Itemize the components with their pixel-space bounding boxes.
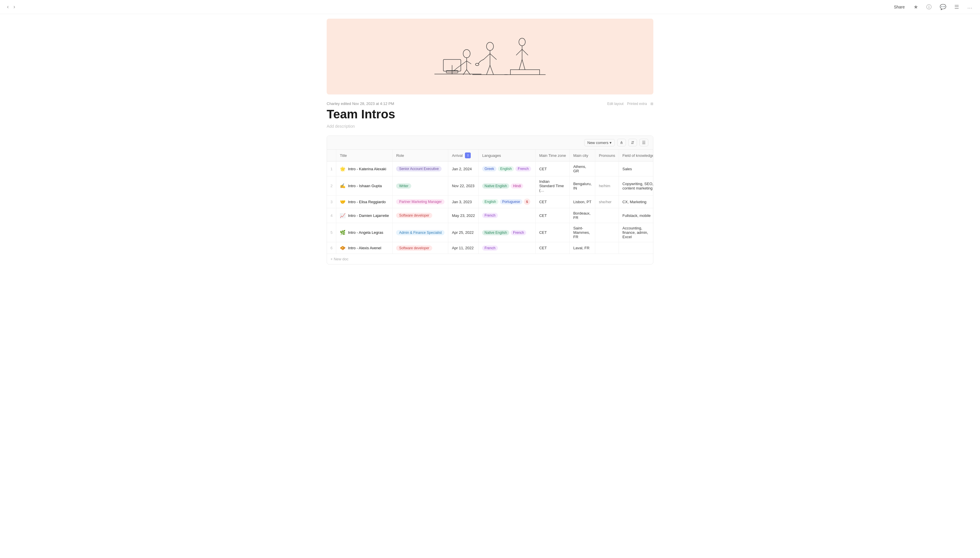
- page-content: Charley edited Nov 28, 2023 at 4:12 PM E…: [315, 19, 665, 264]
- sort-icon-button[interactable]: ⇵: [628, 139, 637, 146]
- col-header-languages: Languages: [478, 149, 536, 161]
- settings-icon-button[interactable]: ☰: [639, 139, 648, 146]
- language-badge: English: [482, 199, 498, 204]
- language-badge: Native English: [482, 230, 509, 235]
- row-number: 4: [327, 208, 336, 223]
- svg-point-18: [519, 38, 525, 46]
- cell-title[interactable]: 🤝Intro - Elisa Reggiardo: [336, 195, 393, 208]
- row-title: Intro - Katerina Alexaki: [348, 167, 386, 171]
- cell-pronouns: she/her: [595, 195, 619, 208]
- role-badge: Software developer: [396, 213, 432, 218]
- row-number: 5: [327, 223, 336, 242]
- col-header-title: Title: [336, 149, 393, 161]
- share-button[interactable]: Share: [892, 3, 907, 10]
- role-badge: Senior Account Executive: [396, 166, 442, 171]
- row-title: Intro - Elisa Reggiardo: [348, 200, 386, 204]
- filter-icon-button[interactable]: ⋔: [617, 139, 626, 146]
- add-description[interactable]: Add description: [327, 124, 653, 128]
- language-badge: Portuguese: [500, 199, 522, 204]
- cell-pronouns: [595, 223, 619, 242]
- cell-title[interactable]: 🧇Intro - Alexis Avenel: [336, 242, 393, 254]
- forward-button[interactable]: ›: [12, 3, 16, 11]
- meta-row: Charley edited Nov 28, 2023 at 4:12 PM E…: [327, 99, 653, 107]
- cell-timezone: Indian Standard Time (…: [536, 176, 570, 195]
- cell-timezone: CET: [536, 223, 570, 242]
- cell-title[interactable]: 📈Intro - Damien Lajarretie: [336, 208, 393, 223]
- filter-label: New comers: [587, 141, 608, 145]
- row-emoji: 🧇: [340, 245, 345, 251]
- more-icon[interactable]: …: [965, 3, 974, 11]
- row-number: 1: [327, 161, 336, 176]
- language-badge: S: [524, 199, 530, 205]
- language-badge: Greek: [482, 166, 497, 171]
- col-header-timezone: Main Time zone: [536, 149, 570, 161]
- cell-timezone: CET: [536, 161, 570, 176]
- cell-title[interactable]: 🌿Intro - Angela Legras: [336, 223, 393, 242]
- row-emoji: ✍️: [340, 183, 345, 189]
- col-header-pronouns: Pronouns: [595, 149, 619, 161]
- row-title: Intro - Ishaan Gupta: [348, 184, 382, 188]
- svg-line-22: [519, 59, 522, 70]
- cell-title[interactable]: ✍️Intro - Ishaan Gupta: [336, 176, 393, 195]
- svg-line-14: [487, 65, 490, 75]
- row-emoji: 🌟: [340, 166, 345, 172]
- cell-role: Senior Account Executive: [393, 161, 448, 176]
- cell-title[interactable]: 🌟Intro - Katerina Alexaki: [336, 161, 393, 176]
- cell-role: Software developer: [393, 242, 448, 254]
- cell-pronouns: [595, 242, 619, 254]
- svg-line-12: [483, 54, 490, 59]
- cell-role: Partner Marketing Manager: [393, 195, 448, 208]
- comment-icon[interactable]: 💬: [938, 3, 948, 11]
- cell-pronouns: [595, 208, 619, 223]
- table-row: 4📈Intro - Damien LajarretieSoftware deve…: [327, 208, 653, 223]
- page-title: Team Intros: [327, 107, 653, 121]
- cell-languages: Native EnglishFrench: [478, 223, 536, 242]
- arrival-sort-icon[interactable]: ⇧: [465, 153, 471, 158]
- new-doc-button[interactable]: + New doc: [327, 254, 653, 264]
- language-badge: English: [498, 166, 514, 171]
- cell-languages: EnglishPortugueseS: [478, 195, 536, 208]
- cell-city: Laval, FR: [570, 242, 595, 254]
- printed-extra-text: Printed extra: [627, 102, 647, 106]
- star-icon[interactable]: ★: [912, 3, 920, 11]
- role-badge: Writer: [396, 183, 411, 189]
- cell-knowledge: [618, 242, 653, 254]
- team-table: Title Role Arrival ⇧ Languages Main Time…: [327, 149, 653, 254]
- svg-line-5: [461, 61, 467, 65]
- cell-arrival: Apr 11, 2022: [448, 242, 478, 254]
- cell-pronouns: [595, 161, 619, 176]
- cell-arrival: Apr 25, 2022: [448, 223, 478, 242]
- table-header: Title Role Arrival ⇧ Languages Main Time…: [327, 149, 653, 161]
- cell-knowledge: Sales: [618, 161, 653, 176]
- new-comers-filter-button[interactable]: New comers ▾: [584, 139, 615, 146]
- role-badge: Software developer: [396, 246, 432, 251]
- col-header-num: [327, 149, 336, 161]
- back-button[interactable]: ‹: [6, 3, 10, 11]
- cell-timezone: CET: [536, 242, 570, 254]
- svg-line-13: [490, 54, 497, 59]
- info-icon[interactable]: ⓘ: [924, 2, 933, 11]
- cover-illustration: [417, 28, 563, 86]
- col-header-arrival: Arrival ⇧: [448, 149, 478, 161]
- row-number: 3: [327, 195, 336, 208]
- language-badge: Hindi: [511, 183, 523, 189]
- cell-role: Admin & Finance Specialist: [393, 223, 448, 242]
- cell-arrival: Jan 3, 2023: [448, 195, 478, 208]
- col-header-city: Main city: [570, 149, 595, 161]
- cell-role: Writer: [393, 176, 448, 195]
- cell-languages: French: [478, 208, 536, 223]
- row-number: 6: [327, 242, 336, 254]
- language-badge: French: [511, 230, 526, 235]
- svg-line-6: [467, 61, 471, 64]
- svg-point-3: [463, 49, 470, 58]
- list-icon[interactable]: ☰: [952, 3, 961, 11]
- cell-city: Bengaluru, IN: [570, 176, 595, 195]
- row-number: 2: [327, 176, 336, 195]
- svg-point-10: [487, 42, 493, 51]
- language-badge: Native English: [482, 183, 509, 189]
- svg-line-20: [516, 49, 522, 55]
- cell-city: Athens, GR: [570, 161, 595, 176]
- cell-arrival: May 23, 2022: [448, 208, 478, 223]
- table-row: 1🌟Intro - Katerina AlexakiSenior Account…: [327, 161, 653, 176]
- edit-layout-text: Edit layout: [607, 102, 623, 106]
